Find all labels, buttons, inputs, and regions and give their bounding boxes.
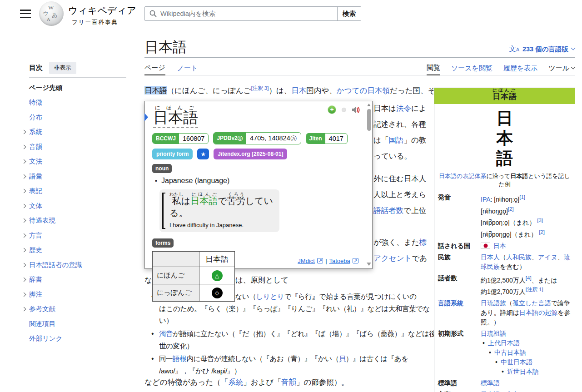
chevron-right-icon[interactable] (21, 233, 26, 238)
link[interactable]: 日本語の表記体系 (439, 173, 486, 179)
toc-item-分布[interactable]: 分布 (18, 110, 133, 125)
toc-item-音韻[interactable]: 音韻 (18, 139, 133, 154)
jmdict-link[interactable]: JMdict (298, 258, 315, 264)
popup-scrollbar[interactable] (366, 101, 372, 268)
chevron-right-icon[interactable] (21, 218, 26, 223)
link[interactable]: 日本語の起源 (519, 309, 557, 316)
article-line-fragment: 日本は法令によ (373, 104, 427, 114)
link[interactable]: しりとり (256, 293, 284, 300)
toc-item-歴史[interactable]: 歴史 (18, 243, 133, 258)
tab-ツール[interactable]: ツール (548, 61, 575, 75)
chevron-right-icon[interactable] (21, 248, 26, 253)
infobox-row-label[interactable]: 言語系統 (438, 298, 481, 327)
scrollbar-thumb[interactable] (367, 109, 371, 131)
link[interactable]: 近世日本語 (507, 368, 539, 375)
search-button[interactable]: 検索 (337, 7, 361, 20)
link[interactable]: 中世日本語 (501, 358, 532, 366)
link[interactable]: 日琉語族 (481, 299, 506, 307)
chevron-right-icon[interactable] (21, 307, 26, 312)
link[interactable]: 日本 (291, 86, 306, 94)
chevron-right-icon[interactable] (21, 130, 26, 134)
toc-item-語彙[interactable]: 語彙 (18, 169, 133, 184)
link[interactable]: 国語 (388, 136, 403, 144)
audio-play-button[interactable] (352, 106, 360, 114)
reference-link[interactable]: [1] (519, 194, 525, 200)
toc-item-ページ先頭[interactable]: ページ先頭 (18, 80, 133, 95)
link[interactable]: 系統 (228, 378, 243, 386)
link[interactable]: かつての日本領 (337, 86, 390, 94)
toc-item-系統[interactable]: 系統 (18, 125, 133, 140)
chevron-right-icon[interactable] (21, 144, 26, 149)
link[interactable]: 標 (419, 238, 427, 246)
tab-ページ[interactable]: ページ (144, 61, 165, 75)
link[interactable]: 中古日本語 (494, 349, 526, 356)
toc-item-待遇表現[interactable]: 待遇表現 (18, 213, 133, 228)
toc-item-関連項目[interactable]: 関連項目 (18, 317, 133, 332)
tab-ソースを閲覧[interactable]: ソースを閲覧 (451, 61, 492, 75)
toc-item-辞書[interactable]: 辞書 (18, 273, 133, 288)
link[interactable]: 濁音 (159, 330, 173, 337)
toc-item-文法[interactable]: 文法 (18, 154, 133, 169)
toc-item-脚注[interactable]: 脚注 (18, 287, 133, 302)
infobox-row-発音: 発音IPA: [nʲihoŋːo̥][1][nʲihoŋgo̥][2][nʲip… (434, 192, 575, 240)
link[interactable]: 日本 (493, 242, 506, 249)
reference-link[interactable]: [3] (537, 218, 543, 223)
reference-link[interactable]: [注釈 1] (526, 287, 543, 292)
hamburger-menu-icon[interactable] (20, 10, 31, 20)
toc-item-表記[interactable]: 表記 (18, 184, 133, 199)
link[interactable]: 孤立した言語 (512, 299, 551, 307)
link[interactable]: アクセント (373, 254, 412, 262)
toc-item-日本語話者の意識[interactable]: 日本語話者の意識 (18, 258, 133, 273)
infobox-row-方言: 方言日本語の方言 (434, 389, 575, 392)
link[interactable]: 語話者数 (373, 206, 403, 214)
wikipedia-logo[interactable]: WウあA (39, 1, 64, 26)
chevron-right-icon[interactable] (21, 159, 26, 164)
add-note-button[interactable]: + (328, 105, 336, 114)
reference-link[interactable]: [2] (508, 206, 514, 212)
page-title: 日本語 (144, 38, 187, 57)
chevron-right-icon[interactable] (21, 174, 26, 179)
scroll-up-icon[interactable] (367, 104, 371, 106)
chevron-right-icon[interactable] (21, 203, 26, 208)
link[interactable]: 上代日本語 (488, 339, 520, 347)
toc-item-外部リンク[interactable]: 外部リンク (18, 332, 133, 347)
forms-tag: forms (152, 238, 174, 248)
link[interactable]: 標準語 (481, 379, 500, 387)
link[interactable]: 日琉祖語 (481, 330, 506, 337)
toc-item-方言[interactable]: 方言 (18, 228, 133, 243)
tab-閲覧[interactable]: 閲覧 (427, 61, 440, 75)
example-bracket (162, 193, 165, 229)
wordmark-tagline: フリー百科事典 (68, 19, 122, 26)
wikipedia-wordmark[interactable]: ウィキペディア フリー百科事典 (68, 4, 122, 26)
dictionary-source-tag[interactable]: Jitendex.org [2025-08-01] (214, 149, 287, 159)
chevron-right-icon[interactable] (21, 292, 26, 297)
infobox-row-話者数: 話者数約1億2,500万人[4]、または約1億2,700万人[注釈 1] (434, 273, 575, 298)
link[interactable]: 音韻 (281, 378, 296, 386)
link[interactable]: 語根 (173, 355, 186, 362)
chevron-right-icon[interactable] (21, 278, 26, 282)
search-input[interactable] (160, 10, 337, 17)
chevron-right-icon[interactable] (21, 189, 26, 194)
dictionary-tags-row: priority form ★ Jitendex.org [2025-08-01… (152, 149, 361, 159)
tatoeba-link[interactable]: Tatoeba (329, 258, 350, 264)
toc-item-文体[interactable]: 文体 (18, 198, 133, 213)
link[interactable]: IPA (481, 196, 491, 203)
link[interactable]: アイヌ (538, 253, 557, 261)
reference-link[interactable]: [2] (539, 229, 545, 235)
tab-履歴を表示[interactable]: 履歴を表示 (503, 61, 537, 75)
scroll-down-icon[interactable] (367, 263, 371, 266)
link[interactable]: 法令 (396, 104, 411, 112)
link[interactable]: 貝 (339, 355, 346, 362)
chevron-right-icon[interactable] (21, 263, 26, 267)
link[interactable]: 大和民族 (506, 253, 532, 261)
tab-ノート[interactable]: ノート (177, 61, 198, 75)
toc-item-特徴[interactable]: 特徴 (18, 95, 133, 110)
language-selector-button[interactable]: 文A 233 個の言語版 (509, 45, 575, 54)
forms-table-row: にっぽんご◇ (153, 284, 235, 302)
article-closing-line: などの特徴があった（「系統」および「音韻」の節参照）。 (144, 377, 349, 387)
reference-link[interactable]: [4] (526, 275, 532, 281)
reference-link[interactable]: [注釈 3] (251, 85, 269, 91)
toc-item-参考文献[interactable]: 参考文献 (18, 302, 133, 317)
toc-hide-button[interactable]: 非表示 (49, 62, 76, 74)
link[interactable]: 日本人 (481, 253, 500, 261)
